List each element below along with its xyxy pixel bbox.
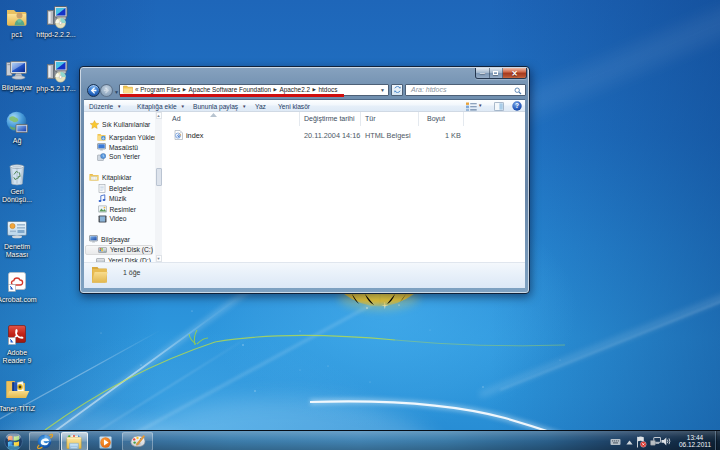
svg-text:?: ?: [515, 102, 519, 109]
